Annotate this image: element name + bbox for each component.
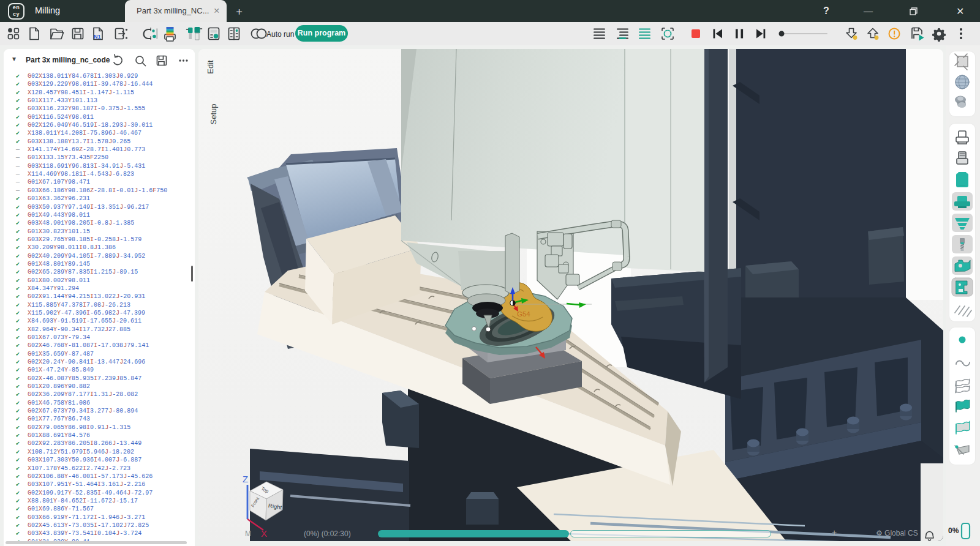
svg-text:X: X <box>261 528 267 539</box>
svg-text:Z: Z <box>243 474 248 484</box>
svg-text:G54: G54 <box>517 310 530 318</box>
svg-text:N1: N1 <box>94 34 101 40</box>
